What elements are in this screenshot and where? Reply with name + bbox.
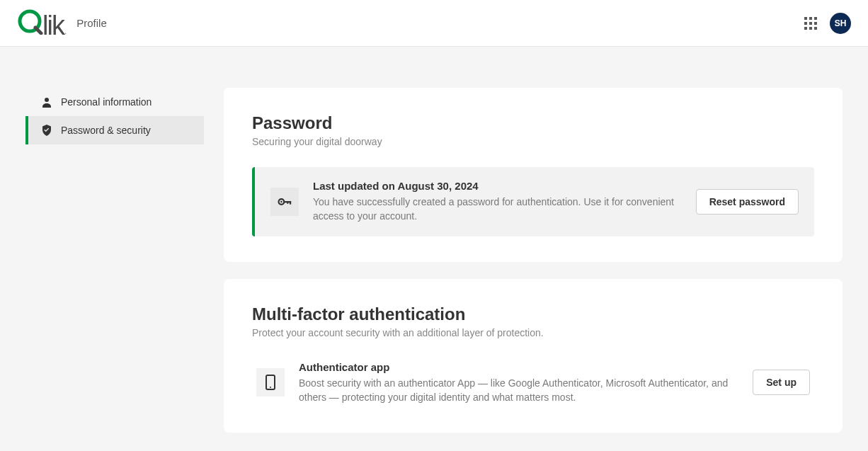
password-title: Password bbox=[252, 113, 814, 133]
setup-mfa-button[interactable]: Set up bbox=[753, 370, 810, 395]
svg-point-9 bbox=[270, 387, 271, 388]
password-status-desc: You have successfully created a password… bbox=[313, 195, 682, 224]
svg-line-1 bbox=[35, 28, 41, 33]
qlik-logo-text: lik bbox=[42, 12, 64, 39]
svg-rect-6 bbox=[290, 201, 291, 205]
smartphone-icon bbox=[256, 368, 285, 396]
svg-point-2 bbox=[45, 98, 49, 102]
password-status-box: Last updated on August 30, 2024 You have… bbox=[252, 167, 814, 236]
password-subtitle: Securing your digital doorway bbox=[252, 136, 814, 147]
header: lik . Profile SH bbox=[0, 0, 868, 47]
authenticator-app-desc: Boost security with an authenticator App… bbox=[299, 376, 738, 405]
qlik-logo-q-icon bbox=[17, 8, 44, 35]
shield-icon bbox=[41, 125, 52, 136]
qlik-logo-dot: . bbox=[64, 26, 67, 36]
mfa-card: Multi-factor authentication Protect your… bbox=[224, 279, 843, 433]
apps-launcher-icon[interactable] bbox=[804, 17, 817, 30]
sidebar-item-label: Personal information bbox=[61, 96, 152, 108]
password-last-updated: Last updated on August 30, 2024 bbox=[313, 180, 682, 192]
reset-password-button[interactable]: Reset password bbox=[696, 189, 799, 215]
sidebar-item-password-security[interactable]: Password & security bbox=[25, 116, 204, 144]
mfa-subtitle: Protect your account security with an ad… bbox=[252, 327, 814, 338]
sidebar: Personal information Password & security bbox=[25, 88, 204, 433]
page-title: Profile bbox=[76, 17, 107, 29]
sidebar-item-personal-information[interactable]: Personal information bbox=[25, 88, 204, 116]
key-icon bbox=[270, 188, 299, 216]
person-icon bbox=[41, 96, 52, 108]
main-content: Password Securing your digital doorway L… bbox=[224, 88, 843, 433]
mfa-title: Multi-factor authentication bbox=[252, 304, 814, 324]
qlik-logo[interactable]: lik . bbox=[17, 8, 67, 39]
svg-rect-7 bbox=[287, 201, 288, 204]
svg-point-4 bbox=[280, 201, 282, 203]
authenticator-app-row: Authenticator app Boost security with an… bbox=[252, 358, 814, 408]
sidebar-item-label: Password & security bbox=[61, 125, 151, 136]
user-avatar[interactable]: SH bbox=[830, 13, 851, 34]
password-card: Password Securing your digital doorway L… bbox=[224, 88, 843, 262]
authenticator-app-title: Authenticator app bbox=[299, 361, 738, 373]
